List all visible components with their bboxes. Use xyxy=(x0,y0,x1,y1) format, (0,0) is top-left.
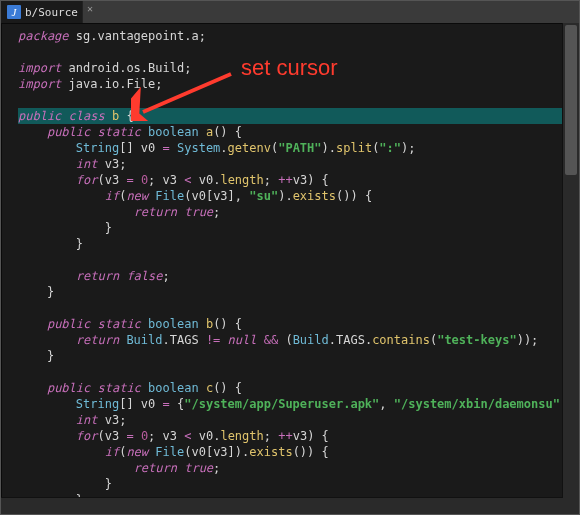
code-editor[interactable]: package sg.vantagepoint.a; import androi… xyxy=(1,23,579,514)
vertical-scrollbar[interactable] xyxy=(562,23,579,498)
cursor-line[interactable]: public class b { xyxy=(18,108,579,124)
horizontal-scrollbar[interactable] xyxy=(1,497,563,514)
java-file-icon: J xyxy=(7,5,21,19)
vertical-scrollbar-thumb[interactable] xyxy=(565,25,577,175)
editor-window: J b/Source ✕ package sg.vantagepoint.a; … xyxy=(0,0,580,515)
file-tab[interactable]: J b/Source xyxy=(1,1,83,23)
close-tab-icon[interactable]: ✕ xyxy=(83,1,97,15)
tab-bar: J b/Source ✕ xyxy=(1,1,579,24)
scrollbar-corner xyxy=(563,498,579,514)
tab-title: b/Source xyxy=(25,6,78,19)
source-code[interactable]: package sg.vantagepoint.a; import androi… xyxy=(2,24,579,514)
